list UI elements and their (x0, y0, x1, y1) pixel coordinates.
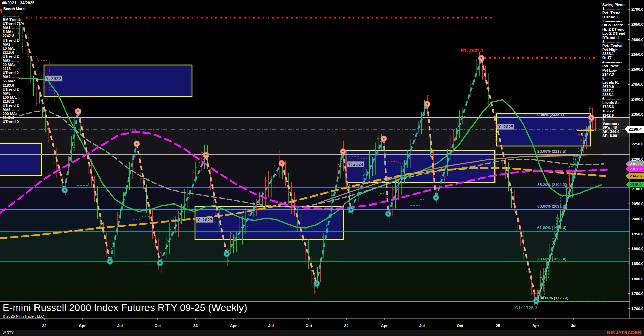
swing-pivots-panel-line: SP's: 48 (602, 125, 625, 129)
ma-price-tag-label: 2142.6 (630, 174, 642, 178)
time-tick-label: 23 (193, 323, 198, 328)
workspace-tab-label[interactable]: W RTY (3, 331, 14, 335)
price-tick-label: 1750.0 (631, 292, 643, 296)
copyright-notice: © 2025 NinjaTrader, LLC (3, 314, 247, 318)
swing-pivots-panel: Swing Pivots1.-------------Pvt. Trend:UT… (602, 3, 625, 138)
benchmarks-panel-line: 2215.6 (3, 50, 24, 54)
fib-level-label: 0.00% (2338.1) (537, 113, 564, 117)
region-marker: R (0, 8, 2, 14)
swing-pivots-panel-line: 6.------------- (602, 97, 625, 101)
swing-pivots-panel-line: AF: 8.00 (602, 134, 625, 138)
fib-level-label: 20.00% (2215.5) (537, 149, 566, 153)
year-box-label: Y:2023 (197, 217, 212, 222)
benchmarks-indicator-label: Bench Marks (3, 7, 26, 11)
year-box-label: Y:2024 (348, 162, 363, 167)
support-label: S1: 1725.3 (515, 305, 538, 310)
benchmarks-panel-line: 5 MA: (3, 30, 24, 34)
benchmarks-panel-line: 2167.2 (3, 99, 24, 103)
time-tick-label: Oct (457, 323, 463, 328)
benchmarks-panel-line: UTrend 2 (3, 71, 24, 75)
swing-low-dot-icon (350, 209, 352, 211)
swing-pivots-panel-line: 2147.3 (602, 72, 625, 76)
benchmarks-panel-line: 2142.6 (3, 116, 24, 120)
swing-pivots-panel-line: Levels R: (602, 80, 625, 85)
swing-low-dot-icon (109, 260, 111, 262)
time-tick-label: Jul (571, 323, 577, 328)
swing-low-dot-icon (435, 197, 437, 199)
year-range-box[interactable] (0, 143, 41, 176)
benchmarks-panel-line: ------------- (3, 14, 24, 18)
price-tick-label: 2350.0 (631, 112, 643, 116)
price-tick-label: 1700.0 (631, 307, 643, 311)
fib-level-label: 100.00% (1725.3) (537, 296, 569, 300)
benchmarks-panel-line: UTrend 73% (3, 22, 24, 26)
ninjatrader-chart-window: 0.00% (2338.1)20.00% (2215.5)38.20% (210… (0, 0, 644, 336)
benchmarks-panel-line: 2115 (3, 67, 24, 71)
benchmarks-panel-line: MA6.------ (3, 107, 24, 112)
date-range-label: 40/2021 - 34/2025 (2, 1, 34, 5)
benchmarks-panel-line: 2183.6 (3, 83, 24, 87)
swing-pivots-panel-line: 1626.2 (602, 109, 625, 113)
year-range-box[interactable] (44, 65, 192, 96)
time-tick-label: Apr (532, 323, 539, 328)
ma-price-tag-label: 2167.2 (630, 167, 642, 171)
swing-pivots-panel-line: 3.------------- (602, 40, 625, 44)
benchmarks-panel-line: UTrend 2 (3, 38, 24, 42)
swing-pivots-panel-line: Pvt Low (602, 68, 625, 72)
swing-pivots-panel-line: 2338.1 (602, 52, 625, 56)
price-tick-label: 2700.0 (631, 7, 643, 11)
swing-pivots-panel-line: Pvt. Trend: (602, 11, 625, 15)
time-tick-label: Apr (230, 323, 237, 328)
swing-pivots-panel-line: Pvt High (602, 48, 625, 52)
swing-pivots-panel-line: 2338.1 (602, 93, 625, 97)
year-box-label: Y:2022 (46, 76, 61, 81)
benchmarks-panel: -------------BM Trend:UTrend 73%MA1.----… (3, 14, 24, 124)
price-tick-label: 1950.0 (631, 232, 643, 236)
swing-low-dot-icon (535, 300, 537, 302)
swing-pivots-panel-line: 2.------------- (602, 19, 625, 23)
time-tick-label: Jul (117, 323, 123, 328)
time-tick-label: Oct (154, 323, 161, 328)
swing-pivots-panel-line: Pvt. Evolve: (602, 44, 625, 48)
swing-low-dot-icon (226, 253, 228, 255)
benchmarks-panel-line: 2242.8 (3, 34, 24, 38)
benchmarks-panel-line: MA3.------ (3, 58, 24, 63)
time-tick-label: 24 (344, 323, 349, 328)
swing-pivots-panel-line: Summary (602, 121, 625, 125)
ninjatrader-logo: NINJATRADER (607, 330, 641, 335)
swing-pivots-panel-line: D: 17 (602, 56, 625, 60)
year-box-label: Y:2025 (498, 124, 513, 129)
swing-pivots-panel-line: Levels S: (602, 101, 625, 105)
swing-low-dot-icon (387, 213, 389, 215)
swing-pivots-panel-line: 1725.3 (602, 105, 625, 109)
f0-marker-label: F0 (578, 132, 583, 137)
fib-level-label: 38.20% (2104.0) (537, 183, 566, 187)
price-tick-label: 1800.0 (631, 277, 643, 281)
time-tick-label: Oct (305, 323, 312, 328)
swing-pivots-panel-line: AR: 344.4 (602, 129, 625, 134)
time-tick-label: Apr (79, 323, 86, 328)
benchmarks-panel-line: 100 MA: (3, 95, 24, 99)
swing-pivots-panel-line: Pvt. Next: (602, 64, 625, 68)
swing-low-dot-icon (64, 189, 66, 191)
swing-low-dot-icon (159, 262, 161, 264)
current-price-tag-label: 2299.4 (629, 127, 642, 132)
swing-pivots-panel-line: HiLo Trend: (602, 23, 625, 27)
time-tick-label: Jul (419, 323, 425, 328)
swing-pivots-panel-line: UTrend 2 (602, 15, 625, 19)
benchmarks-panel-line: 10 MA: (3, 46, 24, 50)
year-range-box[interactable] (195, 206, 343, 239)
price-tick-label: 2650.0 (631, 22, 643, 26)
swing-low-dot-icon (316, 283, 318, 285)
time-tick-label: 25 (496, 323, 500, 328)
price-tick-label: 2250.0 (631, 142, 643, 146)
price-tick-label: 1850.0 (631, 262, 643, 266)
workspace-tab-bar (0, 330, 644, 336)
instrument-title-block: E-mini Russell 2000 Index Futures RTY 09… (3, 302, 247, 318)
chart-canvas[interactable]: 0.00% (2338.1)20.00% (2215.5)38.20% (210… (0, 0, 644, 336)
fib-level-label: 61.80% (1959.4) (537, 226, 566, 230)
price-tick-label: 2600.0 (631, 38, 643, 42)
swing-pivots-panel-line: Swing Pivots (602, 3, 625, 7)
ma-price-tag-label: 2183.6 (630, 162, 642, 166)
ma-price-tag-label: 2115.0 (630, 183, 642, 187)
